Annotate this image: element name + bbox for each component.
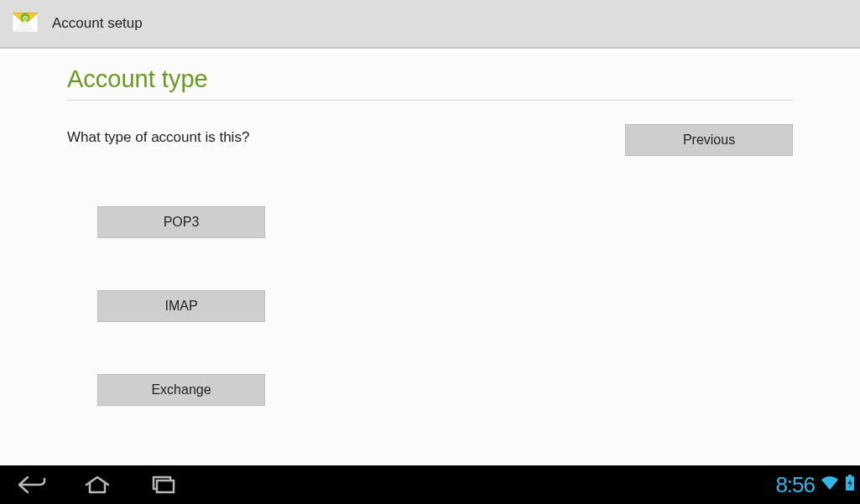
wifi-icon: [820, 475, 840, 495]
svg-text:@: @: [23, 15, 29, 21]
account-type-options: POP3 IMAP Exchange: [97, 206, 793, 406]
exchange-button[interactable]: Exchange: [97, 374, 265, 406]
imap-button[interactable]: IMAP: [97, 290, 265, 322]
clock-text: 8:56: [775, 472, 815, 498]
page-heading: Account type: [67, 65, 793, 101]
recents-softkey[interactable]: [136, 465, 190, 504]
home-softkey[interactable]: [70, 465, 124, 504]
previous-button[interactable]: Previous: [625, 124, 793, 156]
email-icon: @: [10, 7, 52, 40]
back-softkey[interactable]: [5, 465, 59, 504]
svg-rect-8: [848, 475, 852, 477]
content-area: Account type What type of account is thi…: [0, 49, 860, 406]
app-header: @ Account setup: [0, 0, 860, 49]
system-bar: 8:56: [0, 465, 860, 504]
header-title: Account setup: [52, 15, 143, 32]
prompt-text: What type of account is this?: [67, 129, 249, 146]
battery-charging-icon: [845, 475, 855, 495]
svg-rect-6: [157, 481, 174, 492]
pop3-button[interactable]: POP3: [97, 206, 265, 238]
